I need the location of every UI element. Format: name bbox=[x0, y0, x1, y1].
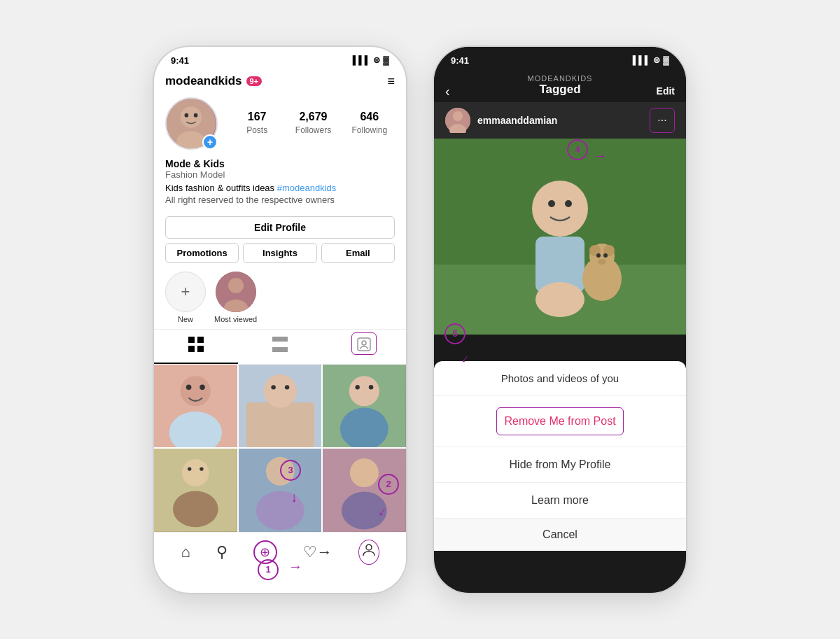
most-viewed-label: Most viewed bbox=[214, 315, 257, 323]
svg-point-35 bbox=[200, 468, 203, 471]
hamburger-icon[interactable]: ≡ bbox=[387, 74, 395, 89]
hide-from-profile-option[interactable]: Hide from My Profile bbox=[434, 447, 686, 483]
edit-button[interactable]: Edit bbox=[657, 85, 675, 97]
tab-tagged[interactable] bbox=[322, 330, 406, 364]
new-story-label: New bbox=[178, 315, 193, 323]
svg-point-51 bbox=[548, 200, 555, 207]
email-button[interactable]: Email bbox=[321, 243, 395, 263]
svg-point-52 bbox=[565, 200, 572, 207]
time-right: 9:41 bbox=[451, 55, 469, 66]
profile-icon[interactable] bbox=[358, 540, 379, 565]
svg-point-32 bbox=[182, 459, 209, 486]
annotation-3: 3 bbox=[280, 460, 301, 481]
annotation-2: 2 bbox=[378, 474, 399, 495]
grid-item-1[interactable] bbox=[154, 365, 237, 448]
following-count: 646 bbox=[344, 111, 395, 123]
svg-point-44 bbox=[453, 111, 463, 121]
svg-rect-9 bbox=[197, 337, 204, 343]
secondary-buttons-row: Promotions Insights Email bbox=[165, 243, 395, 263]
status-icons-right: ▌▌▌ ⊜ ▓ bbox=[633, 55, 669, 65]
svg-point-59 bbox=[598, 259, 606, 265]
annotation-4: 4 bbox=[567, 139, 588, 160]
followers-label: Followers bbox=[295, 125, 331, 135]
svg-point-27 bbox=[349, 376, 379, 406]
svg-rect-8 bbox=[188, 337, 195, 343]
bio-text: Kids fashion & outfits ideas #modeandkid… bbox=[165, 183, 395, 193]
stat-following[interactable]: 646 Following bbox=[344, 111, 395, 136]
signal-icon: ▌▌▌ bbox=[353, 55, 371, 65]
bio-hashtag[interactable]: #modeandkids bbox=[277, 183, 337, 193]
bio-section: Mode & Kids Fashion Model Kids fashion &… bbox=[154, 155, 406, 211]
wifi-icon-right: ⊜ bbox=[653, 55, 660, 65]
back-button[interactable]: ‹ bbox=[445, 83, 450, 99]
cancel-option[interactable]: Cancel bbox=[434, 519, 686, 551]
signal-icon-right: ▌▌▌ bbox=[633, 55, 651, 65]
svg-rect-11 bbox=[197, 346, 204, 352]
annotation-5: 5 bbox=[444, 323, 465, 344]
tagged-tab-border bbox=[351, 332, 377, 355]
stat-followers[interactable]: 2,679 Followers bbox=[288, 111, 338, 136]
story-most-viewed[interactable]: Most viewed bbox=[214, 272, 257, 323]
right-phone: 9:41 ▌▌▌ ⊜ ▓ ‹ MODEANDKIDS Tagged Edit bbox=[434, 47, 686, 593]
remove-me-label[interactable]: Remove Me from Post bbox=[496, 407, 623, 435]
svg-point-20 bbox=[200, 384, 205, 390]
svg-point-50 bbox=[536, 282, 584, 317]
grid-item-5[interactable] bbox=[239, 449, 322, 532]
battery-icon: ▓ bbox=[383, 55, 389, 65]
svg-point-3 bbox=[185, 113, 189, 117]
photo-grid bbox=[154, 365, 406, 532]
photo-area bbox=[434, 139, 686, 335]
search-icon[interactable]: ⚲ bbox=[216, 543, 227, 561]
new-story-circle[interactable]: + bbox=[165, 272, 206, 312]
svg-rect-22 bbox=[246, 402, 314, 447]
battery-icon-right: ▓ bbox=[663, 55, 669, 65]
tagged-username[interactable]: emmaanddamian bbox=[477, 115, 643, 126]
svg-point-30 bbox=[369, 385, 373, 389]
tab-row bbox=[154, 329, 406, 365]
tagged-user-row: emmaanddamian ··· bbox=[434, 102, 686, 139]
svg-rect-12 bbox=[272, 337, 288, 342]
bio-tag: Fashion Model bbox=[165, 169, 395, 180]
edit-profile-button[interactable]: Edit Profile bbox=[165, 216, 395, 239]
grid-item-3[interactable] bbox=[323, 365, 406, 448]
svg-point-42 bbox=[366, 545, 372, 550]
svg-point-24 bbox=[271, 385, 275, 389]
activity-icon[interactable]: ♡→ bbox=[303, 543, 332, 561]
learn-more-option[interactable]: Learn more bbox=[434, 483, 686, 519]
home-icon[interactable]: ⌂ bbox=[181, 543, 190, 561]
header-title: Tagged bbox=[445, 83, 675, 97]
notif-badge[interactable]: 9+ bbox=[246, 76, 262, 86]
annotation-arrow-4: → bbox=[592, 147, 608, 165]
stats-row: + 167 Posts 2,679 Followers 646 Followin… bbox=[154, 92, 406, 155]
annotation-1: 1 bbox=[258, 559, 279, 580]
tab-grid[interactable] bbox=[154, 330, 238, 364]
action-buttons: Edit Profile Promotions Insights Email bbox=[154, 211, 406, 266]
grid-item-2[interactable] bbox=[239, 365, 322, 448]
followers-count: 2,679 bbox=[288, 111, 338, 123]
svg-point-1 bbox=[181, 106, 202, 127]
avatar-add-icon[interactable]: + bbox=[202, 134, 218, 150]
wifi-icon: ⊜ bbox=[373, 55, 380, 65]
avatar-wrap: + bbox=[165, 97, 218, 150]
insights-button[interactable]: Insights bbox=[243, 243, 316, 263]
remove-me-option[interactable]: Remove Me from Post bbox=[434, 396, 686, 447]
left-phone: 9:41 ▌▌▌ ⊜ ▓ modeandkids 9+ ≡ bbox=[154, 47, 406, 593]
story-new[interactable]: + New bbox=[165, 272, 206, 323]
bottom-sheet: Photos and videos of you Remove Me from … bbox=[434, 361, 686, 551]
promotions-button[interactable]: Promotions bbox=[165, 243, 239, 263]
stories-row: + New Most viewed bbox=[154, 266, 406, 329]
notch-left bbox=[234, 47, 326, 66]
svg-point-4 bbox=[194, 113, 198, 117]
svg-point-33 bbox=[173, 491, 218, 528]
svg-point-23 bbox=[263, 374, 296, 407]
svg-point-48 bbox=[532, 181, 588, 237]
sheet-title: Photos and videos of you bbox=[434, 361, 686, 396]
grid-item-4[interactable] bbox=[154, 449, 237, 532]
more-options-button[interactable]: ··· bbox=[650, 108, 675, 133]
annotation-arrow-1to2: → bbox=[288, 559, 302, 575]
tab-list[interactable] bbox=[238, 330, 322, 364]
dark-header: ‹ MODEANDKIDS Tagged Edit bbox=[434, 69, 686, 102]
notch-right bbox=[514, 47, 606, 66]
stat-posts[interactable]: 167 Posts bbox=[232, 111, 282, 136]
svg-rect-10 bbox=[188, 346, 195, 352]
